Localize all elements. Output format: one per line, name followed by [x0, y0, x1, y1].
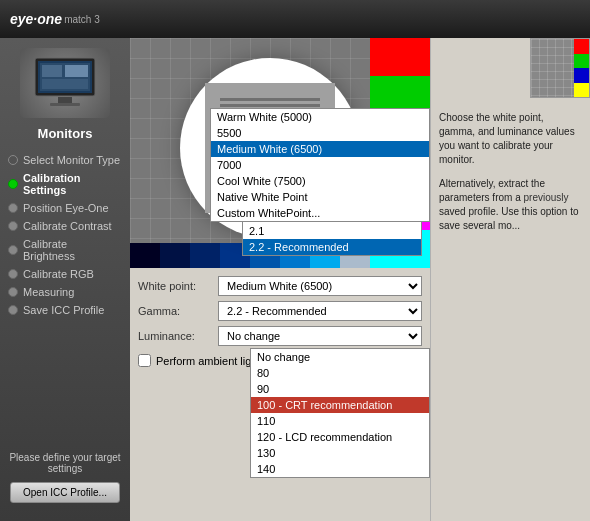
- luminance-label: Luminance:: [138, 330, 218, 342]
- lum-opt-110[interactable]: 110: [251, 413, 429, 429]
- main-area: Warm White (5000) 5500 Medium White (650…: [130, 38, 430, 521]
- previously-text: previously: [523, 192, 568, 203]
- white-point-label: White point:: [138, 280, 218, 292]
- lum-opt-140[interactable]: 140: [251, 461, 429, 477]
- app-logo: eye·one: [10, 11, 62, 27]
- monitor-icon-area: [20, 48, 110, 118]
- top-bar: eye·one match 3: [0, 0, 590, 38]
- lum-opt-90[interactable]: 90: [251, 381, 429, 397]
- open-icc-button[interactable]: Open ICC Profile...: [10, 482, 120, 503]
- sidebar-item-position-eye-one[interactable]: Position Eye-One: [0, 199, 130, 217]
- nav-label-calibrate-contrast: Calibrate Contrast: [23, 220, 112, 232]
- sidebar-item-calibrate-contrast[interactable]: Calibrate Contrast: [0, 217, 130, 235]
- lum-opt-120[interactable]: 120 - LCD recommendation: [251, 429, 429, 445]
- svg-rect-7: [42, 79, 88, 89]
- nav-dot-select-monitor: [8, 155, 18, 165]
- gamma-opt-21[interactable]: 2.1: [243, 223, 421, 239]
- gamma-select[interactable]: 2.2 - Recommended: [218, 301, 422, 321]
- nav-dot-position-eye-one: [8, 203, 18, 213]
- info-text-2: Alternatively, extract the parameters fr…: [439, 177, 582, 233]
- gamma-select-container: 2.2 - Recommended: [218, 301, 422, 321]
- luminance-dropdown[interactable]: No change 80 90 100 - CRT recommendation…: [250, 348, 430, 478]
- lum-opt-80[interactable]: 80: [251, 365, 429, 381]
- monitor-icon: [30, 53, 100, 113]
- content-area: Monitors Select Monitor Type Calibration…: [0, 38, 590, 521]
- nav-label-measuring: Measuring: [23, 286, 74, 298]
- white-point-row: White point: Medium White (6500) 1.5 1.6…: [138, 276, 422, 296]
- svg-rect-3: [50, 103, 80, 106]
- wp-option-cool7500[interactable]: Cool White (7500): [211, 173, 429, 189]
- nav-label-position-eye-one: Position Eye-One: [23, 202, 109, 214]
- mini-preview: [530, 38, 590, 98]
- app-logo-sub: match 3: [64, 14, 100, 25]
- nav-label-select-monitor: Select Monitor Type: [23, 154, 120, 166]
- sidebar-bottom: Please define your target settings Open …: [0, 444, 130, 511]
- luminance-select-container: No change: [218, 326, 422, 346]
- luminance-row: Luminance: No change: [138, 326, 422, 346]
- h-line-1: [220, 98, 320, 101]
- ambient-checkbox[interactable]: [138, 354, 151, 367]
- sidebar-item-save-icc[interactable]: Save ICC Profile: [0, 301, 130, 319]
- lum-opt-130[interactable]: 130: [251, 445, 429, 461]
- nav-dot-save-icc: [8, 305, 18, 315]
- wp-option-7000[interactable]: 7000: [211, 157, 429, 173]
- wp-option-native[interactable]: Native White Point: [211, 189, 429, 205]
- nav-label-calibrate-brightness: Calibrate Brightness: [23, 238, 122, 262]
- nav-label-save-icc: Save ICC Profile: [23, 304, 104, 316]
- svg-rect-2: [58, 97, 72, 103]
- info-text-2-end: saved profile. Use this option to save s…: [439, 206, 579, 231]
- wp-option-medium6500[interactable]: Medium White (6500): [211, 141, 429, 157]
- nav-dot-calibrate-contrast: [8, 221, 18, 231]
- white-point-select-container: Medium White (6500): [218, 276, 422, 296]
- svg-rect-5: [42, 65, 62, 77]
- luminance-select[interactable]: No change: [218, 326, 422, 346]
- nav-dot-measuring: [8, 287, 18, 297]
- info-text-1: Choose the white point, gamma, and lumin…: [439, 111, 582, 167]
- sidebar-nav: Select Monitor Type Calibration Settings…: [0, 151, 130, 319]
- gamma-opt-22[interactable]: 2.2 - Recommended: [243, 239, 421, 255]
- nav-label-calibrate-rgb: Calibrate RGB: [23, 268, 94, 280]
- sidebar: Monitors Select Monitor Type Calibration…: [0, 38, 130, 521]
- sidebar-item-calibrate-brightness[interactable]: Calibrate Brightness: [0, 235, 130, 265]
- wp-option-warm5000[interactable]: Warm White (5000): [211, 109, 429, 125]
- nav-dot-calibrate-brightness: [8, 245, 18, 255]
- sidebar-item-measuring[interactable]: Measuring: [0, 283, 130, 301]
- sidebar-title: Monitors: [38, 126, 93, 141]
- lum-opt-nochange[interactable]: No change: [251, 349, 429, 365]
- sidebar-item-calibration-settings[interactable]: Calibration Settings: [0, 169, 130, 199]
- gamma-row: Gamma: 2.2 - Recommended: [138, 301, 422, 321]
- nav-dot-calibration-settings: [8, 179, 18, 189]
- settings-area: Warm White (5000) 5500 Medium White (650…: [130, 268, 430, 521]
- h-line-2: [220, 104, 320, 107]
- wp-option-5500[interactable]: 5500: [211, 125, 429, 141]
- sidebar-item-calibrate-rgb[interactable]: Calibrate RGB: [0, 265, 130, 283]
- color-bar-3: [190, 243, 220, 268]
- color-bar-2: [160, 243, 190, 268]
- white-point-select[interactable]: Medium White (6500): [218, 276, 422, 296]
- app-container: eye·one match 3 Monitors: [0, 0, 590, 521]
- please-define-text: Please define your target settings: [8, 452, 122, 474]
- nav-dot-calibrate-rgb: [8, 269, 18, 279]
- wp-option-custom[interactable]: Custom WhitePoint...: [211, 205, 429, 221]
- lum-opt-100[interactable]: 100 - CRT recommendation: [251, 397, 429, 413]
- info-panel: Choose the white point, gamma, and lumin…: [430, 38, 590, 521]
- svg-rect-6: [65, 65, 88, 77]
- swatch-red: [370, 38, 430, 76]
- sidebar-item-select-monitor[interactable]: Select Monitor Type: [0, 151, 130, 169]
- gamma-label: Gamma:: [138, 305, 218, 317]
- nav-label-calibration-settings: Calibration Settings: [23, 172, 122, 196]
- color-bar-1: [130, 243, 160, 268]
- white-point-dropdown[interactable]: Warm White (5000) 5500 Medium White (650…: [210, 108, 430, 222]
